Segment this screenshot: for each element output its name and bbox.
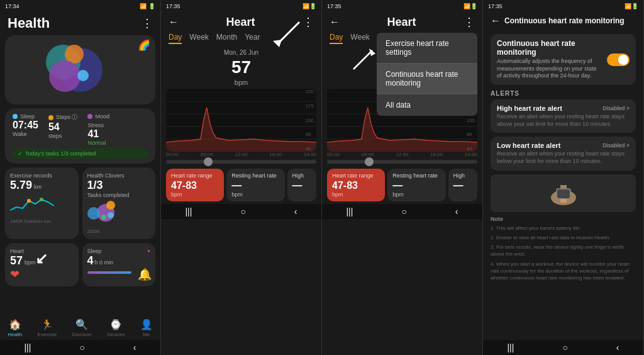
dropdown-exercise-settings[interactable]: Exercise heart rate settings [377,33,477,64]
arrow-down-indicator: ↙ [35,250,48,268]
sys-home-btn[interactable]: ○ [79,342,84,352]
heart-header-s2: ← Heart ⋮ [161,13,321,31]
steps-sub: steps [48,133,78,139]
heart-title-s2: Heart [226,16,255,29]
high-heart-rate-alert[interactable]: High heart rate alert Disabled > Receive… [491,99,636,133]
sys-back-s2[interactable]: ‹ [294,206,297,217]
nav-devices[interactable]: ⌚ Devices [107,318,125,337]
resting-hr-card-s2[interactable]: Resting heart rate — bpm [226,169,284,201]
note-item-2: 2. Enable to view all heart rate data in… [491,234,636,241]
heart-rate-card[interactable]: Heart 57 bpm ❤ ↙ [5,243,79,286]
range-unit-s3: bpm [332,191,380,198]
continuous-hr-title: Continuous heart rate monitoring [504,16,636,25]
high-value-s2: — [292,180,312,191]
metric-cards-s2: Heart rate range 47-83 bpm Resting heart… [166,169,316,201]
activity-circles-widget: 🌈 [5,35,155,104]
notification-icon: 🔔 [138,268,152,281]
stress-value: 41 [87,128,109,140]
slider-thumb-s3[interactable] [365,157,374,166]
stress-sub: Normal [87,140,109,146]
svg-rect-22 [560,199,567,203]
resting-value-s2: — [231,180,279,191]
sleep-card[interactable]: Sleep 4 h 0 min ● 🔔 [82,243,156,286]
mood-label: Mood [87,113,109,120]
bottom-cards-row: Heart 57 bpm ❤ ↙ Sleep 4 h 0 min ● [5,243,155,286]
nav-me[interactable]: 👤 Me [140,318,153,337]
sys-menu-s3[interactable]: ||| [346,206,353,217]
nav-exercise[interactable]: 🏃 Exercise [38,318,57,337]
devices-nav-icon: ⌚ [109,318,122,330]
sys-menu-s4[interactable]: ||| [507,342,514,352]
sys-menu-btn[interactable]: ||| [24,342,31,352]
resting-label-s3: Resting heart rate [392,172,440,179]
tab-month-s2[interactable]: Month [216,31,237,44]
high-hr-card-s2[interactable]: High — [287,169,317,201]
exercise-nav-label: Exercise [38,332,57,337]
chart-x-labels-s3: 00:00 06:00 12:00 18:00 24:00 [322,152,482,157]
nav-health[interactable]: 🏠 Health [8,318,22,337]
time-slider-s3[interactable] [327,160,477,164]
heart-rate-range-card-s2[interactable]: Heart rate range 47-83 bpm [166,169,224,201]
sleep-alert-dot: ● [147,248,150,254]
high-label-s3: High [453,172,473,179]
exercise-card[interactable]: Exercise records 5.79 km 16/06 Outdoor r… [5,167,79,239]
screen-continuous-hr: 17:35 📶🔋 ← Continuous heart rate monitor… [483,0,644,355]
continuous-hr-header: ← Continuous heart rate monitoring [483,13,643,29]
status-icons-s2: 📶🔋 [303,3,316,9]
dropdown-all-data[interactable]: All data [377,94,477,116]
nav-discover[interactable]: 🔍 Discover [72,318,92,337]
heart-header-s3: ← Heart ⋮ [322,13,482,31]
steps-label: Steps ⓘ [48,113,78,121]
system-nav-s3: ||| ○ ‹ [322,204,482,219]
back-button-s3[interactable]: ← [330,16,340,28]
dropdown-continuous-hr[interactable]: Continuous heart rate monitoring [377,64,477,94]
time-slider-s2[interactable] [166,160,316,164]
sys-back-btn[interactable]: ‹ [133,342,136,352]
low-alert-title: Low heart rate alert [497,142,560,149]
exercise-label: Exercise records [10,172,74,179]
continuous-hr-toggle[interactable] [607,54,630,66]
sys-back-s4[interactable]: ‹ [616,342,619,352]
exercise-date: 16/06 Outdoor run [10,218,74,224]
more-button-s2[interactable]: ⋮ [303,15,314,29]
clovers-label: Health Clovers [87,172,151,179]
tab-week-s2[interactable]: Week [189,31,208,44]
sys-home-s2[interactable]: ○ [240,206,245,217]
clovers-card[interactable]: Health Clovers 1/3 Tasks completed 26/06 [82,167,156,239]
sys-menu-s2[interactable]: ||| [185,206,192,217]
range-label-s3: Heart rate range [332,172,380,179]
low-heart-rate-alert[interactable]: Low heart rate alert Disabled > Receive … [491,137,636,170]
screen-heart-1: 17:35 📶🔋 ← Heart ⋮ Day Week Month Year M… [161,0,322,355]
high-hr-card-s3[interactable]: High — [448,169,478,201]
toggle-knob [618,55,628,65]
heart-bpm-s2: 57 [161,57,321,77]
note-item-4: 4. When you start a workout, the device … [491,261,636,282]
tab-year-s2[interactable]: Year [245,31,260,44]
more-button-s3[interactable]: ⋮ [464,15,475,29]
status-bar-s4: 17:35 📶🔋 [483,0,643,13]
resting-label-s2: Resting heart rate [231,172,279,179]
sys-home-s4[interactable]: ○ [562,342,567,352]
status-icons-s1: 📶 🔋 [140,3,155,9]
heart-rate-range-card-s3[interactable]: Heart rate range 47-83 bpm [327,169,385,201]
sys-back-s3[interactable]: ‹ [455,206,458,217]
tab-day-s3[interactable]: Day [330,31,343,44]
sleep-label: Sleep [13,113,38,120]
high-alert-desc: Receive an alert when your resting heart… [497,113,630,128]
sleep-stat: Sleep 07:45 Wake [13,113,38,146]
sleep-bar [87,271,131,274]
back-button-s2[interactable]: ← [169,16,179,28]
toggle-card: Continuous heart rate monitoring Automat… [491,34,636,85]
mood-stress-stat: Mood Stress 41 Normal [87,113,109,146]
sys-home-s3[interactable]: ○ [401,206,406,217]
tab-week-s3[interactable]: Week [350,31,369,44]
slider-thumb-s2[interactable] [204,157,213,166]
status-bar-s1: 17:34 📶 🔋 [0,0,160,13]
back-button-s4[interactable]: ← [491,15,501,26]
health-menu-button[interactable]: ⋮ [142,16,153,30]
svg-rect-20 [557,189,570,198]
resting-hr-card-s3[interactable]: Resting heart rate — bpm [387,169,445,201]
tab-day-s2[interactable]: Day [169,31,182,44]
dropdown-menu: Exercise heart rate settings Continuous … [377,33,477,116]
alerts-title: ALERTS [491,90,636,97]
